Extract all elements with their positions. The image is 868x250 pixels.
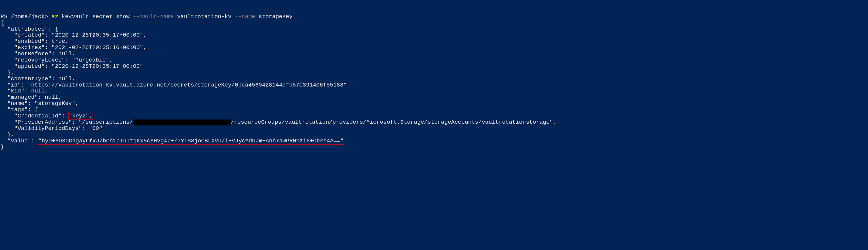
- prompt-caret: >: [45, 13, 48, 20]
- flag-name: --name: [235, 13, 255, 20]
- command-args: keyvault secret show: [62, 13, 129, 20]
- highlight-value: "byD+6D3GGdgayFfxJ/bGh1pIuItqKx5c6HVg47+…: [38, 137, 344, 145]
- json-tags: "tags": {: [1, 106, 38, 113]
- json-tags-close: },: [1, 131, 14, 138]
- json-notbefore: "notBefore": null,: [1, 50, 75, 57]
- json-updated: "updated": "2020-12-28T20:35:17+00:00": [1, 63, 143, 70]
- json-validityperiod: "ValidityPeriodDays": "60": [1, 125, 102, 132]
- prompt-line: PS /home/jack> az keyvault secret show -…: [1, 13, 292, 20]
- json-provideraddress-post: /resourceGroups/vaultrotation/providers/…: [231, 119, 557, 126]
- json-created: "created": "2020-12-28T20:35:17+00:00",: [1, 32, 147, 38]
- json-credentialid-pre: "CredentialId":: [1, 113, 68, 119]
- json-expires: "expires": "2021-02-26T20:35:16+00:00",: [1, 44, 147, 51]
- json-id: "id": "https://vaultrotation-kv.vault.az…: [1, 82, 350, 88]
- json-recoverylevel: "recoveryLevel": "Purgeable",: [1, 57, 113, 63]
- json-contenttype: "contentType": null,: [1, 75, 75, 82]
- json-name: "name": "storageKey",: [1, 100, 79, 107]
- json-kid: "kid": null,: [1, 88, 48, 94]
- json-attr-close: },: [1, 69, 14, 76]
- json-enabled: "enabled": true,: [1, 38, 68, 45]
- json-attributes: "attributes": {: [1, 26, 58, 32]
- json-brace-close: }: [1, 144, 4, 150]
- prompt-ps: PS: [1, 13, 7, 20]
- prompt-path: /home/jack: [11, 13, 45, 20]
- json-brace-open: {: [1, 20, 4, 26]
- flag-vault-name: --vault-name: [133, 13, 174, 20]
- terminal-output[interactable]: PS /home/jack> az keyvault secret show -…: [1, 14, 867, 150]
- json-value-pre: "value":: [1, 138, 38, 144]
- value-vault-name: vaultrotation-kv: [177, 13, 231, 20]
- json-managed: "managed": null,: [1, 94, 62, 101]
- value-name: storageKey: [259, 13, 292, 20]
- command-az: az: [52, 13, 58, 20]
- redacted-subscription-id: [133, 119, 231, 126]
- json-provideraddress-pre: "ProviderAddress": "/subscriptions/: [1, 119, 133, 126]
